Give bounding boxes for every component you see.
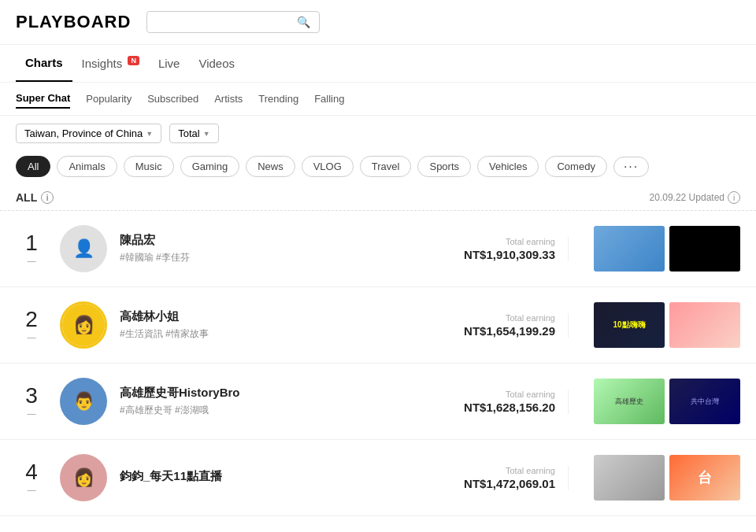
channel-name[interactable]: 陳品宏 [120,233,414,248]
subnav-popularity[interactable]: Popularity [86,90,132,108]
rank-change: — [28,332,36,342]
section-header: ALL i 20.09.22 Updated i [0,185,756,211]
thumbnails [594,226,740,272]
thumbnail[interactable]: 10點嗨嗨 [594,302,665,348]
avatar: 👨 [60,378,107,425]
thumbnail[interactable]: 台 [669,455,740,501]
thumbnails: 高雄歷史 共中台灣 [594,379,740,424]
insights-badge: N [128,56,139,65]
rank-number: 3 [16,385,47,407]
rank-change: — [28,408,36,418]
pill-more[interactable]: ··· [613,157,649,177]
tab-videos[interactable]: Videos [189,46,244,81]
pill-animals[interactable]: Animals [57,156,117,177]
rank-number-block: 1 — [16,232,47,265]
thumbnail[interactable] [669,302,740,348]
search-input[interactable] [155,16,297,28]
channel-info: 高雄歷史哥HistoryBro #高雄歷史哥 #澎湖哦 [120,386,414,417]
pill-comedy[interactable]: Comedy [545,156,606,177]
earning-label: Total earning [427,313,555,323]
pill-news[interactable]: News [246,156,295,177]
search-bar: 🔍 [146,11,320,33]
earning-label: Total earning [427,466,555,475]
rank-change: — [28,485,36,494]
rank-number: 2 [16,308,47,331]
header: PLAYBOARD 🔍 [0,0,756,45]
channel-tags: #生活資訊 #情家故事 [120,327,414,341]
updated-text: 20.09.22 Updated i [650,191,740,204]
search-icon[interactable]: 🔍 [297,16,310,28]
thumbnail[interactable]: 共中台灣 [669,379,740,424]
nav-tabs: Charts Insights N Live Videos [0,45,756,83]
thumbnail[interactable]: 高雄歷史 [594,379,665,424]
table-row: 3 — 👨 高雄歷史哥HistoryBro #高雄歷史哥 #澎湖哦 Total … [0,364,756,440]
avatar: 👩 [60,454,107,501]
channel-info: 高雄林小姐 #生活資訊 #情家故事 [120,309,414,341]
rank-number: 1 [16,232,47,254]
sub-nav: Super Chat Popularity Subscribed Artists… [0,83,756,116]
total-dropdown[interactable]: Total [169,124,218,143]
thumbnail[interactable] [594,455,665,501]
avatar: 👩 [60,301,107,349]
thumbnail[interactable] [669,226,740,272]
earning-value: NT$1,910,309.33 [427,248,555,261]
tab-insights[interactable]: Insights N [72,46,149,81]
tab-charts[interactable]: Charts [16,45,72,82]
channel-tags: #韓國瑜 #李佳芬 [120,251,414,264]
earning-block: Total earning NT$1,654,199.29 [427,313,569,338]
avatar: 👤 [60,225,107,272]
filters: Taiwan, Province of China Total [0,116,756,151]
rank-number-block: 3 — [16,385,47,418]
subnav-artists[interactable]: Artists [214,90,243,108]
earning-block: Total earning NT$1,628,156.20 [427,390,569,414]
pill-vehicles[interactable]: Vehicles [477,156,539,177]
rank-number-block: 2 — [16,308,47,342]
channel-name[interactable]: 高雄林小姐 [120,309,414,324]
updated-info-icon: i [728,191,740,204]
pill-gaming[interactable]: Gaming [180,156,240,177]
subnav-falling[interactable]: Falling [314,90,344,108]
channel-tags: #高雄歷史哥 #澎湖哦 [120,404,414,417]
table-row: 2 — 👩 高雄林小姐 #生活資訊 #情家故事 Total earning NT… [0,287,756,364]
subnav-subscribed[interactable]: Subscribed [147,90,198,108]
thumbnails: 台 [594,455,740,501]
subnav-super-chat[interactable]: Super Chat [16,89,70,109]
earning-value: NT$1,472,069.01 [427,477,555,490]
thumbnail[interactable] [594,226,665,272]
earning-value: NT$1,628,156.20 [427,401,555,414]
pill-music[interactable]: Music [124,156,174,177]
earning-label: Total earning [427,237,555,246]
earning-label: Total earning [427,390,555,399]
table-row: 1 — 👤 陳品宏 #韓國瑜 #李佳芬 Total earning NT$1,9… [0,211,756,287]
table-row: 4 — 👩 鈞鈞_每天11點直播 Total earning NT$1,472,… [0,440,756,516]
category-pills: All Animals Music Gaming News VLOG Trave… [0,151,756,185]
channel-name[interactable]: 鈞鈞_每天11點直播 [120,469,414,484]
earning-value: NT$1,654,199.29 [427,324,555,338]
thumbnails: 10點嗨嗨 [594,302,740,348]
pill-vlog[interactable]: VLOG [302,156,354,177]
subnav-trending[interactable]: Trending [258,90,298,108]
earning-block: Total earning NT$1,472,069.01 [427,466,569,490]
channel-info: 陳品宏 #韓國瑜 #李佳芬 [120,233,414,264]
rank-change: — [28,256,36,265]
earning-block: Total earning NT$1,910,309.33 [427,237,569,261]
pill-sports[interactable]: Sports [417,156,471,177]
tab-live[interactable]: Live [149,46,190,81]
pill-travel[interactable]: Travel [360,156,412,177]
region-dropdown[interactable]: Taiwan, Province of China [16,124,161,143]
pill-all[interactable]: All [16,156,50,177]
rank-number-block: 4 — [16,461,47,494]
logo: PLAYBOARD [16,12,131,32]
section-info-icon: i [41,191,54,204]
rank-number: 4 [16,461,47,483]
channel-name[interactable]: 高雄歷史哥HistoryBro [120,386,414,401]
section-title: ALL i [16,191,54,204]
channel-info: 鈞鈞_每天11點直播 [120,469,414,487]
rankings-list: 1 — 👤 陳品宏 #韓國瑜 #李佳芬 Total earning NT$1,9… [0,211,756,516]
